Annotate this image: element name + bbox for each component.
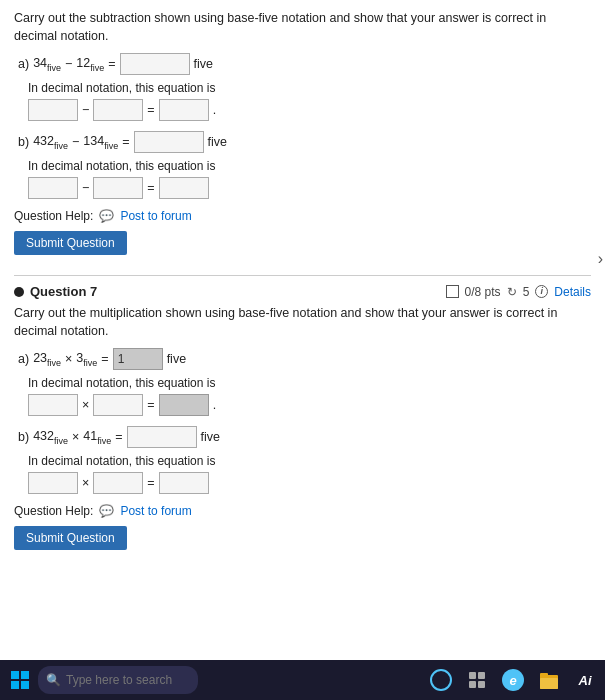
search-icon: 🔍 — [46, 673, 61, 687]
q6b-dec-box1[interactable] — [28, 177, 78, 199]
q7-title: Question 7 — [14, 284, 97, 299]
windows-icon — [10, 670, 30, 690]
q7-help-label: Question Help: — [14, 504, 93, 518]
q6b-dec-minus: − — [82, 181, 89, 195]
q6b-decimal-row: − = — [28, 177, 591, 199]
file-explorer-button[interactable] — [535, 666, 563, 694]
q7a-op1: 23five — [33, 351, 61, 368]
q7b-eq: = — [115, 430, 122, 444]
q7a-dec-times: × — [82, 398, 89, 412]
q6-submit-button[interactable]: Submit Question — [14, 231, 127, 255]
q7a-dec-box2[interactable] — [93, 394, 143, 416]
q7a-decimal-row: × = . — [28, 394, 591, 416]
q7b-op1: 432five — [33, 429, 68, 446]
taskbar-search-input[interactable] — [38, 666, 198, 694]
q6b-dec-box3[interactable] — [159, 177, 209, 199]
q6-part-b: b) 432five − 134five = five In decimal n… — [14, 131, 591, 199]
q6-help-row: Question Help: 💬 Post to forum — [14, 209, 591, 223]
q7-details-link[interactable]: Details — [554, 285, 591, 299]
q7b-times: × — [72, 430, 79, 444]
q7-submit-button[interactable]: Submit Question — [14, 526, 127, 550]
q7a-decimal-label: In decimal notation, this equation is — [28, 376, 591, 390]
search-wrapper: 🔍 — [38, 666, 198, 694]
taskbar: 🔍 e — [0, 660, 605, 700]
q6b-minus: − — [72, 135, 79, 149]
q7a-times: × — [65, 352, 72, 366]
q7b-equation-row: b) 432five × 41five = five — [18, 426, 591, 448]
q6a-dec-box2[interactable] — [93, 99, 143, 121]
q6a-result-input[interactable] — [120, 53, 190, 75]
q7a-dec-box1[interactable] — [28, 394, 78, 416]
q7-points: 0/8 pts — [465, 285, 501, 299]
q7b-result-input[interactable] — [127, 426, 197, 448]
question-7-block: Question 7 0/8 pts ↻ 5 i Details Carry o… — [14, 284, 591, 560]
q6b-op2: 134five — [83, 134, 118, 151]
q7b-dec-times: × — [82, 476, 89, 490]
cortana-button[interactable] — [427, 666, 455, 694]
q7-instruction: Carry out the multiplication shown using… — [14, 305, 591, 340]
svg-rect-7 — [478, 681, 485, 688]
ai-icon: Ai — [579, 673, 592, 688]
svg-rect-4 — [469, 672, 476, 679]
q6b-op2-sub: five — [104, 140, 118, 150]
q6-instruction: Carry out the subtraction shown using ba… — [14, 10, 591, 45]
svg-rect-1 — [21, 671, 29, 679]
q7-bullet-icon — [14, 287, 24, 297]
q7-refresh-icon[interactable]: ↻ — [507, 285, 517, 299]
q6b-eq: = — [122, 135, 129, 149]
start-button[interactable] — [6, 666, 34, 694]
q6a-dec-box1[interactable] — [28, 99, 78, 121]
q6b-dec-box2[interactable] — [93, 177, 143, 199]
edge-button[interactable]: e — [499, 666, 527, 694]
ai-button[interactable]: Ai — [571, 666, 599, 694]
q7-help-row: Question Help: 💬 Post to forum — [14, 504, 591, 518]
content-area: Carry out the subtraction shown using ba… — [0, 0, 605, 660]
q7a-dec-box3[interactable] — [159, 394, 209, 416]
q7a-result-input[interactable] — [113, 348, 163, 370]
q6b-result-input[interactable] — [134, 131, 204, 153]
q7b-dec-box3[interactable] — [159, 472, 209, 494]
q6-q7-divider — [14, 275, 591, 276]
cortana-icon — [430, 669, 452, 691]
forum-icon-q7: 💬 — [99, 504, 114, 518]
q6a-op2: 12five — [76, 56, 104, 73]
q6a-op1: 34five — [33, 56, 61, 73]
q6-part-a: a) 34five − 12five = five In decimal not… — [14, 53, 591, 121]
q7a-equation-row: a) 23five × 3five = five — [18, 348, 591, 370]
q6b-op1: 432five — [33, 134, 68, 151]
svg-rect-6 — [469, 681, 476, 688]
svg-rect-9 — [540, 678, 558, 689]
q6a-eq: = — [108, 57, 115, 71]
q7a-label: a) — [18, 352, 29, 366]
q6a-dec-minus: − — [82, 103, 89, 117]
q6a-dec-eq: = — [147, 103, 154, 117]
svg-rect-10 — [540, 673, 548, 678]
q6a-op2-sub: five — [90, 62, 104, 72]
q6b-op1-sub: five — [54, 140, 68, 150]
taskbar-icons: e Ai — [427, 666, 599, 694]
q7b-dec-box2[interactable] — [93, 472, 143, 494]
task-view-button[interactable] — [463, 666, 491, 694]
edge-icon: e — [502, 669, 524, 691]
q7a-result-sub: five — [167, 352, 186, 366]
q6a-result-sub: five — [194, 57, 213, 71]
q6b-label: b) — [18, 135, 29, 149]
q6b-decimal-label: In decimal notation, this equation is — [28, 159, 591, 173]
forum-icon-q6: 💬 — [99, 209, 114, 223]
q6a-dec-box3[interactable] — [159, 99, 209, 121]
q7a-op2-sub: five — [83, 357, 97, 367]
q6-post-forum-link[interactable]: Post to forum — [120, 209, 191, 223]
q6b-equation-row: b) 432five − 134five = five — [18, 131, 591, 153]
q6b-dec-eq: = — [147, 181, 154, 195]
q7-post-forum-link[interactable]: Post to forum — [120, 504, 191, 518]
q7-header: Question 7 0/8 pts ↻ 5 i Details — [14, 284, 591, 299]
side-arrow-icon[interactable]: › — [598, 250, 603, 268]
q7b-dec-box1[interactable] — [28, 472, 78, 494]
q7b-op2-sub: five — [97, 435, 111, 445]
q7b-op1-sub: five — [54, 435, 68, 445]
q7-label: Question 7 — [30, 284, 97, 299]
q7b-op2: 41five — [83, 429, 111, 446]
q7b-dec-eq: = — [147, 476, 154, 490]
q7-part-a: a) 23five × 3five = five In decimal nota… — [14, 348, 591, 416]
q7b-result-sub: five — [201, 430, 220, 444]
